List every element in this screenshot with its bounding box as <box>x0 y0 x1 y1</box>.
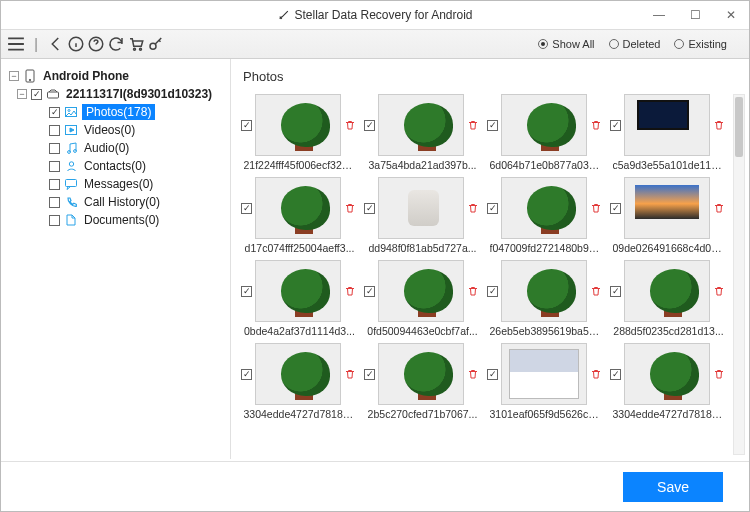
thumbnail[interactable]: 3304edde4727d78185... <box>610 343 727 420</box>
thumbnail-filename: 288d5f0235cd281d13... <box>613 325 725 337</box>
thumbnail-image[interactable] <box>501 260 587 322</box>
tree-category-videos[interactable]: Videos(0) <box>7 121 224 139</box>
thumbnail-image[interactable] <box>255 260 341 322</box>
thumbnail-checkbox[interactable] <box>487 286 498 297</box>
help-icon[interactable] <box>87 35 105 53</box>
tree-category-photos[interactable]: Photos(178) <box>7 103 224 121</box>
category-checkbox[interactable] <box>49 161 60 172</box>
thumbnail-filename: 09de026491668c4d03... <box>613 242 725 254</box>
scrollbar[interactable] <box>733 94 745 455</box>
thumbnail[interactable]: 3a75a4bda21ad397b... <box>364 94 481 171</box>
tree-device[interactable]: − Android Phone <box>7 67 224 85</box>
thumbnail-checkbox[interactable] <box>364 369 375 380</box>
thumbnail-checkbox[interactable] <box>241 369 252 380</box>
save-button[interactable]: Save <box>623 472 723 502</box>
tree-category-messages[interactable]: Messages(0) <box>7 175 224 193</box>
thumbnail-checkbox[interactable] <box>610 120 621 131</box>
tree-category-call_history[interactable]: Call History(0) <box>7 193 224 211</box>
thumbnail[interactable]: 21f224fff45f006ecf32c... <box>241 94 358 171</box>
trash-icon <box>344 119 356 131</box>
thumbnail-image[interactable] <box>378 94 464 156</box>
menu-icon[interactable] <box>7 35 25 53</box>
category-label: Photos(178) <box>82 104 155 120</box>
category-label: Videos(0) <box>82 122 137 138</box>
trash-icon <box>344 368 356 380</box>
filter-existing[interactable]: Existing <box>674 38 727 50</box>
thumbnail-filename: 0fd50094463e0cbf7af... <box>367 325 479 337</box>
thumbnail[interactable]: 0bde4a2af37d1114d3... <box>241 260 358 337</box>
svg-rect-14 <box>66 179 77 186</box>
category-checkbox[interactable] <box>49 125 60 136</box>
thumbnail-image[interactable] <box>624 260 710 322</box>
trash-icon <box>590 368 602 380</box>
thumbnail-image[interactable] <box>255 343 341 405</box>
maximize-button[interactable]: ☐ <box>677 1 713 29</box>
back-icon[interactable] <box>47 35 65 53</box>
thumbnail[interactable]: 288d5f0235cd281d13... <box>610 260 727 337</box>
thumbnail[interactable]: 3304edde4727d78185... <box>241 343 358 420</box>
filter-deleted[interactable]: Deleted <box>609 38 661 50</box>
thumbnail[interactable]: d17c074fff25004aeff3... <box>241 177 358 254</box>
thumbnail-image[interactable] <box>378 343 464 405</box>
svg-point-11 <box>67 151 70 154</box>
filter-show-all[interactable]: Show All <box>538 38 594 50</box>
trash-icon <box>590 285 602 297</box>
thumbnail-image[interactable] <box>378 177 464 239</box>
svg-point-13 <box>69 162 73 166</box>
thumbnail-filename: d17c074fff25004aeff3... <box>244 242 356 254</box>
thumbnail-checkbox[interactable] <box>487 120 498 131</box>
thumbnail-image[interactable] <box>255 177 341 239</box>
thumbnail-checkbox[interactable] <box>610 286 621 297</box>
thumbnail-image[interactable] <box>624 177 710 239</box>
thumbnail[interactable]: 26eb5eb3895619ba56... <box>487 260 604 337</box>
cart-icon[interactable] <box>127 35 145 53</box>
key-icon[interactable] <box>147 35 165 53</box>
thumbnail[interactable]: 2b5c270cfed71b7067... <box>364 343 481 420</box>
thumbnail-checkbox[interactable] <box>241 286 252 297</box>
thumbnail[interactable]: 6d064b71e0b877a039... <box>487 94 604 171</box>
thumbnail-image[interactable] <box>255 94 341 156</box>
thumbnail-checkbox[interactable] <box>364 120 375 131</box>
thumbnail-filename: 6d064b71e0b877a039... <box>490 159 602 171</box>
minimize-button[interactable]: — <box>641 1 677 29</box>
thumbnail[interactable]: dd948f0f81ab5d727a... <box>364 177 481 254</box>
tree-category-contacts[interactable]: Contacts(0) <box>7 157 224 175</box>
thumbnail-checkbox[interactable] <box>241 120 252 131</box>
category-checkbox[interactable] <box>49 143 60 154</box>
thumbnail-checkbox[interactable] <box>487 369 498 380</box>
thumbnail-checkbox[interactable] <box>241 203 252 214</box>
category-checkbox[interactable] <box>49 197 60 208</box>
thumbnail[interactable]: 09de026491668c4d03... <box>610 177 727 254</box>
trash-icon <box>344 285 356 297</box>
message-icon <box>64 179 78 190</box>
thumbnail-image[interactable] <box>378 260 464 322</box>
thumbnail[interactable]: f047009fd2721480b94... <box>487 177 604 254</box>
tree-category-documents[interactable]: Documents(0) <box>7 211 224 229</box>
thumbnail-image[interactable] <box>501 343 587 405</box>
thumbnail-filename: 21f224fff45f006ecf32c... <box>244 159 356 171</box>
info-icon[interactable] <box>67 35 85 53</box>
thumbnail-image[interactable] <box>501 177 587 239</box>
category-checkbox[interactable] <box>49 107 60 118</box>
thumbnail-checkbox[interactable] <box>364 286 375 297</box>
thumbnail-checkbox[interactable] <box>364 203 375 214</box>
scroll-thumb[interactable] <box>735 97 743 157</box>
thumbnail[interactable]: c5a9d3e55a101de114... <box>610 94 727 171</box>
thumbnail-checkbox[interactable] <box>487 203 498 214</box>
thumbnail-image[interactable] <box>501 94 587 156</box>
thumbnail[interactable]: 3101eaf065f9d5626cb... <box>487 343 604 420</box>
close-button[interactable]: ✕ <box>713 1 749 29</box>
tree-category-audio[interactable]: Audio(0) <box>7 139 224 157</box>
thumbnail-image[interactable] <box>624 343 710 405</box>
svg-rect-7 <box>48 92 59 98</box>
refresh-icon[interactable] <box>107 35 125 53</box>
category-checkbox[interactable] <box>49 179 60 190</box>
tree-volume[interactable]: − 22111317I(8d9301d10323) <box>7 85 224 103</box>
thumbnail-image[interactable] <box>624 94 710 156</box>
volume-checkbox[interactable] <box>31 89 42 100</box>
thumbnail[interactable]: 0fd50094463e0cbf7af... <box>364 260 481 337</box>
thumbnail-checkbox[interactable] <box>610 203 621 214</box>
thumbnail-checkbox[interactable] <box>610 369 621 380</box>
window-title: Stellar Data Recovery for Android <box>294 8 472 22</box>
category-checkbox[interactable] <box>49 215 60 226</box>
